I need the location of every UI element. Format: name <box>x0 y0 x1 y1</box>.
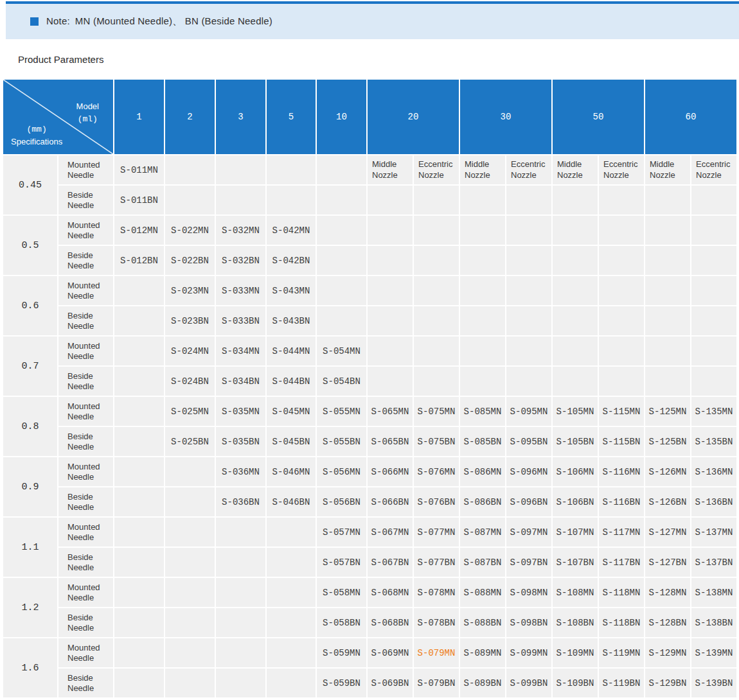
model-code-cell[interactable]: S-097MN <box>506 518 551 547</box>
model-code-cell[interactable]: S-119BN <box>599 669 644 697</box>
model-code-cell[interactable]: S-055BN <box>317 427 366 456</box>
model-code-cell[interactable]: S-046BN <box>267 487 316 516</box>
model-code-cell[interactable]: S-128MN <box>645 578 690 607</box>
model-code-cell[interactable]: S-046MN <box>267 457 316 486</box>
model-code-cell[interactable]: S-096BN <box>506 487 551 516</box>
model-code-cell[interactable]: S-109BN <box>553 669 598 697</box>
model-code-cell[interactable]: S-022MN <box>165 216 215 245</box>
model-code-cell[interactable]: S-023MN <box>165 276 215 305</box>
model-code-cell[interactable]: S-054BN <box>317 367 366 396</box>
model-code-cell[interactable]: S-127MN <box>645 518 690 547</box>
model-code-cell[interactable]: S-032BN <box>216 246 265 275</box>
model-code-cell[interactable]: S-126BN <box>645 487 690 516</box>
model-code-cell[interactable]: S-116MN <box>599 457 644 486</box>
model-code-cell[interactable]: S-105MN <box>553 397 598 426</box>
model-code-cell[interactable]: S-107MN <box>553 518 598 547</box>
model-code-cell[interactable]: S-057MN <box>317 518 366 547</box>
model-code-cell[interactable]: S-043MN <box>267 276 316 305</box>
model-code-cell[interactable]: S-098BN <box>506 608 551 637</box>
model-code-cell[interactable]: S-128BN <box>645 608 690 637</box>
model-code-cell[interactable]: S-044BN <box>267 367 316 396</box>
model-code-cell[interactable]: S-136MN <box>691 457 736 486</box>
model-code-cell[interactable]: S-034MN <box>216 337 265 365</box>
model-code-cell[interactable]: S-024BN <box>165 367 215 396</box>
model-code-cell[interactable]: S-095BN <box>506 427 551 456</box>
model-code-cell[interactable]: S-036MN <box>216 457 265 486</box>
model-code-cell[interactable]: S-125BN <box>645 427 690 456</box>
model-code-cell[interactable]: S-089MN <box>460 638 505 667</box>
model-code-cell[interactable]: S-119MN <box>599 638 644 667</box>
model-code-cell[interactable]: S-056MN <box>317 457 366 486</box>
model-code-cell[interactable]: S-115BN <box>599 427 644 456</box>
model-code-cell[interactable]: S-136BN <box>691 487 736 516</box>
model-code-cell[interactable]: S-139MN <box>691 638 736 667</box>
model-code-cell[interactable]: S-086MN <box>460 457 505 486</box>
model-code-cell[interactable]: S-023BN <box>165 306 215 335</box>
model-code-cell[interactable]: S-012MN <box>114 216 164 245</box>
model-code-cell[interactable]: S-035MN <box>216 397 265 426</box>
model-code-cell[interactable]: S-054MN <box>317 337 366 365</box>
model-code-cell[interactable]: S-068MN <box>368 578 413 607</box>
model-code-cell[interactable]: S-118MN <box>599 578 644 607</box>
model-code-cell[interactable]: S-118BN <box>599 608 644 637</box>
model-code-cell[interactable]: S-059MN <box>317 638 366 667</box>
model-code-cell[interactable]: S-097BN <box>506 548 551 577</box>
model-code-cell[interactable]: S-139BN <box>691 669 736 697</box>
model-code-cell[interactable]: S-045BN <box>267 427 316 456</box>
model-code-cell[interactable]: S-105BN <box>553 427 598 456</box>
model-code-cell[interactable]: S-024MN <box>165 337 215 365</box>
model-code-cell[interactable]: S-079MN <box>414 638 459 667</box>
model-code-cell[interactable]: S-085MN <box>460 397 505 426</box>
model-code-cell[interactable]: S-035BN <box>216 427 265 456</box>
model-code-cell[interactable]: S-108MN <box>553 578 598 607</box>
model-code-cell[interactable]: S-025BN <box>165 427 215 456</box>
model-code-cell[interactable]: S-079BN <box>414 669 459 697</box>
model-code-cell[interactable]: S-088BN <box>460 608 505 637</box>
model-code-cell[interactable]: S-087BN <box>460 548 505 577</box>
model-code-cell[interactable]: S-075BN <box>414 427 459 456</box>
model-code-cell[interactable]: S-138BN <box>691 608 736 637</box>
model-code-cell[interactable]: S-067BN <box>368 548 413 577</box>
model-code-cell[interactable]: S-125MN <box>645 397 690 426</box>
model-code-cell[interactable]: S-055MN <box>317 397 366 426</box>
model-code-cell[interactable]: S-099BN <box>506 669 551 697</box>
model-code-cell[interactable]: S-012BN <box>114 246 164 275</box>
model-code-cell[interactable]: S-034BN <box>216 367 265 396</box>
model-code-cell[interactable]: S-075MN <box>414 397 459 426</box>
model-code-cell[interactable]: S-085BN <box>460 427 505 456</box>
model-code-cell[interactable]: S-115MN <box>599 397 644 426</box>
model-code-cell[interactable]: S-109MN <box>553 638 598 667</box>
model-code-cell[interactable]: S-087MN <box>460 518 505 547</box>
model-code-cell[interactable]: S-032MN <box>216 216 265 245</box>
model-code-cell[interactable]: S-129MN <box>645 638 690 667</box>
model-code-cell[interactable]: S-135MN <box>691 397 736 426</box>
model-code-cell[interactable]: S-045MN <box>267 397 316 426</box>
model-code-cell[interactable]: S-011BN <box>114 186 164 214</box>
model-code-cell[interactable]: S-033MN <box>216 276 265 305</box>
model-code-cell[interactable]: S-107BN <box>553 548 598 577</box>
model-code-cell[interactable]: S-042MN <box>267 216 316 245</box>
model-code-cell[interactable]: S-099MN <box>506 638 551 667</box>
model-code-cell[interactable]: S-044MN <box>267 337 316 365</box>
model-code-cell[interactable]: S-096MN <box>506 457 551 486</box>
model-code-cell[interactable]: S-078MN <box>414 578 459 607</box>
model-code-cell[interactable]: S-138MN <box>691 578 736 607</box>
model-code-cell[interactable]: S-086BN <box>460 487 505 516</box>
model-code-cell[interactable]: S-117MN <box>599 518 644 547</box>
model-code-cell[interactable]: S-116BN <box>599 487 644 516</box>
model-code-cell[interactable]: S-043BN <box>267 306 316 335</box>
model-code-cell[interactable]: S-065BN <box>368 427 413 456</box>
model-code-cell[interactable]: S-011MN <box>114 155 164 184</box>
model-code-cell[interactable]: S-078BN <box>414 608 459 637</box>
model-code-cell[interactable]: S-106MN <box>553 457 598 486</box>
model-code-cell[interactable]: S-058BN <box>317 608 366 637</box>
model-code-cell[interactable]: S-042BN <box>267 246 316 275</box>
model-code-cell[interactable]: S-129BN <box>645 669 690 697</box>
model-code-cell[interactable]: S-057BN <box>317 548 366 577</box>
model-code-cell[interactable]: S-059BN <box>317 669 366 697</box>
model-code-cell[interactable]: S-022BN <box>165 246 215 275</box>
model-code-cell[interactable]: S-137BN <box>691 548 736 577</box>
model-code-cell[interactable]: S-126MN <box>645 457 690 486</box>
model-code-cell[interactable]: S-065MN <box>368 397 413 426</box>
model-code-cell[interactable]: S-095MN <box>506 397 551 426</box>
